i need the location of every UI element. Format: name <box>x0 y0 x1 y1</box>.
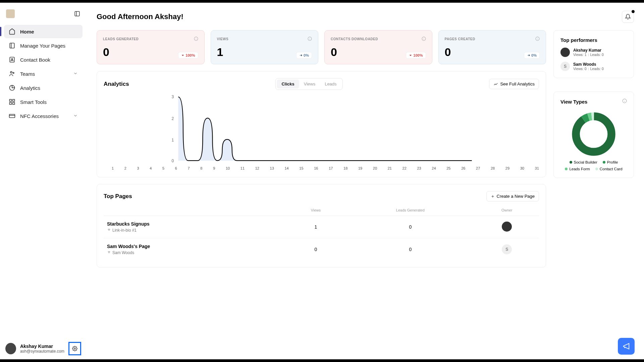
view-types-donut <box>570 111 617 158</box>
settings-button[interactable] <box>68 342 81 355</box>
analytics-chart: 3 2 1 0 <box>104 93 539 164</box>
top-pages-title: Top Pages <box>104 193 132 200</box>
svg-rect-8 <box>10 100 12 102</box>
stat-delta: 0% <box>524 52 540 59</box>
sidebar-item-contact-book[interactable]: Contact Book <box>4 53 83 66</box>
nav-icon <box>9 113 15 119</box>
nav-icon <box>9 56 15 63</box>
sidebar: HomeManage Your PagesContact BookTeamsAn… <box>0 3 87 362</box>
nav-icon <box>9 99 15 105</box>
sidebar-item-nfc-accessories[interactable]: NFC Accessories <box>4 109 83 123</box>
legend-item: Social Builder <box>570 160 597 164</box>
nav-icon <box>9 42 15 49</box>
performer-item[interactable]: Akshay KumarViews: 1Leads: 0 <box>560 48 627 57</box>
analytics-tabs: ClicksViewsLeads <box>275 78 342 90</box>
notification-dot <box>632 10 635 13</box>
svg-point-6 <box>10 71 12 73</box>
info-icon[interactable] <box>308 37 312 42</box>
stat-card-views: VIEWS1 0% <box>211 30 319 64</box>
top-performers-title: Top performers <box>560 37 627 43</box>
info-icon[interactable] <box>622 99 627 105</box>
table-row[interactable]: Sam Woods's PageSam Woods00S <box>104 238 539 261</box>
svg-point-43 <box>576 116 611 152</box>
create-new-page-button[interactable]: Create a New Page <box>486 191 539 201</box>
svg-text:1: 1 <box>171 138 174 142</box>
table-row[interactable]: Starbucks SignupsLink-in-bio #110 <box>104 216 539 238</box>
legend-item: Contact Card <box>595 167 623 171</box>
svg-point-14 <box>74 348 75 349</box>
user-avatar[interactable] <box>5 343 16 354</box>
stat-card-contacts-downloaded: CONTACTS DOWNLOADED0 100% <box>324 30 432 64</box>
nav-icon <box>9 84 15 91</box>
sidebar-item-smart-tools[interactable]: Smart Tools <box>4 95 83 109</box>
analytics-title: Analytics <box>104 81 129 87</box>
svg-point-7 <box>13 72 14 73</box>
performer-item[interactable]: SSam WoodsViews: 0Leads: 0 <box>560 62 627 71</box>
stat-delta: 100% <box>178 52 198 59</box>
info-icon[interactable] <box>194 37 198 42</box>
user-name: Akshay Kumar <box>20 344 64 349</box>
view-types-title: View Types <box>560 99 587 105</box>
tab-views[interactable]: Views <box>299 79 320 88</box>
svg-point-35 <box>109 230 109 231</box>
svg-text:0: 0 <box>171 159 174 163</box>
stat-delta: 100% <box>406 52 426 59</box>
svg-rect-12 <box>9 114 15 118</box>
see-full-analytics-button[interactable]: See Full Analytics <box>489 79 539 89</box>
legend-item: Profile <box>603 160 618 164</box>
sidebar-item-analytics[interactable]: Analytics <box>4 81 83 95</box>
svg-rect-9 <box>13 100 15 102</box>
svg-point-36 <box>109 252 109 253</box>
brand-logo[interactable] <box>6 9 15 18</box>
chevron-down-icon <box>73 71 78 77</box>
sidebar-item-manage-your-pages[interactable]: Manage Your Pages <box>4 39 83 52</box>
svg-point-5 <box>11 59 12 60</box>
stat-delta: 0% <box>296 52 312 59</box>
owner-avatar: S <box>502 244 512 254</box>
nav-icon <box>9 28 15 35</box>
avatar: S <box>560 62 570 71</box>
info-icon[interactable] <box>535 37 540 42</box>
svg-text:3: 3 <box>171 95 174 99</box>
svg-text:2: 2 <box>171 116 174 121</box>
sidebar-item-teams[interactable]: Teams <box>4 67 83 80</box>
svg-rect-11 <box>13 103 15 105</box>
avatar <box>560 48 570 57</box>
owner-avatar <box>502 222 512 232</box>
announce-button[interactable] <box>618 338 635 355</box>
svg-rect-10 <box>10 103 12 105</box>
tab-leads[interactable]: Leads <box>320 79 341 88</box>
chevron-down-icon <box>73 113 78 119</box>
greeting-title: Good Afternoon Akshay! <box>97 12 183 21</box>
collapse-sidebar-icon[interactable] <box>74 10 80 17</box>
info-icon[interactable] <box>422 37 426 42</box>
svg-rect-2 <box>10 43 14 48</box>
legend-item: Leads Form <box>565 167 590 171</box>
svg-rect-0 <box>75 11 79 16</box>
sidebar-item-home[interactable]: Home <box>4 25 83 38</box>
user-email: ash@synxautomate.com <box>20 349 64 354</box>
notifications-button[interactable] <box>622 11 634 23</box>
stat-card-pages-created: PAGES CREATED0 0% <box>438 30 546 64</box>
stat-card-leads-generated: LEADS GENERATED0 100% <box>97 30 205 64</box>
nav-icon <box>9 70 15 77</box>
tab-clicks[interactable]: Clicks <box>277 79 299 88</box>
